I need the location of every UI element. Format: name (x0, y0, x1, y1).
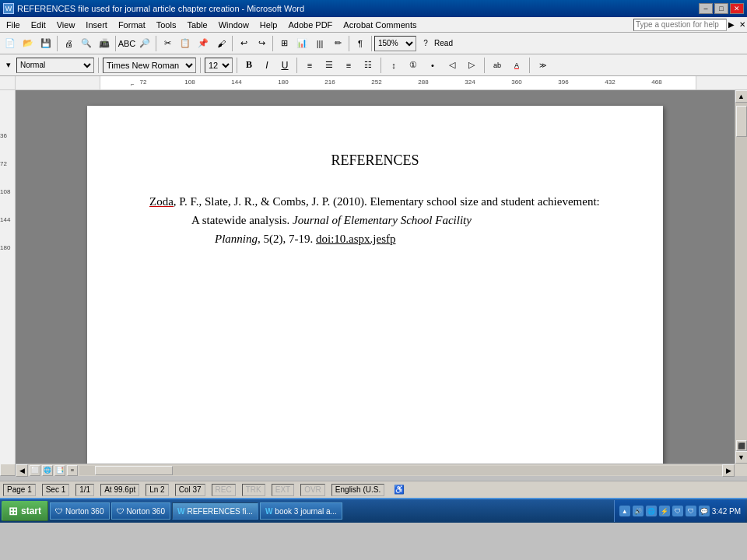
status-at: At 99.6pt (100, 484, 139, 496)
start-button[interactable]: ⊞ start (2, 501, 48, 521)
h-scroll-track[interactable] (79, 466, 722, 475)
ref-journal: Journal of Elementary School Facility (293, 214, 472, 226)
print-preview-button[interactable]: 🔍 (78, 35, 95, 52)
fmt-sep1 (98, 58, 99, 73)
read-button[interactable]: Read (435, 35, 452, 52)
title-bar: W REFERENCES file used for journal artic… (0, 0, 747, 17)
line-spacing-button[interactable]: ↕ (385, 57, 402, 74)
toolbar1: 📄 📂 💾 🖨 🔍 📠 ABC 🔎 ✂ 📋 📌 🖌 ↩ ↪ ⊞ 📊 ||| ✏ … (0, 33, 747, 54)
vruler-72: 72 (0, 149, 15, 177)
scroll-track-v[interactable] (736, 103, 747, 440)
font-size-select[interactable]: 12 (205, 58, 233, 73)
menu-edit[interactable]: Edit (26, 18, 51, 32)
columns-button[interactable]: ||| (311, 35, 328, 52)
research-button[interactable]: 🔎 (136, 35, 153, 52)
taskbar-norton1[interactable]: 🛡 Norton 360 (50, 502, 109, 520)
menu-insert[interactable]: Insert (81, 18, 112, 32)
bottom-area: ◀ ⬜ 🌐 📑 ≡ ▶ (0, 464, 747, 481)
tab-stop[interactable]: ⌐ (131, 81, 137, 87)
align-right-button[interactable]: ≡ (340, 57, 357, 74)
vertical-scrollbar: ▲ ⬛ ▼ (735, 90, 747, 464)
minimize-button[interactable]: – (699, 3, 713, 14)
maximize-button[interactable]: □ (714, 3, 728, 14)
zoom-help-icon[interactable]: ? (417, 35, 434, 52)
toolbar-sep1 (57, 36, 58, 51)
bold-button[interactable]: B (241, 58, 257, 73)
insert-excel-button[interactable]: 📊 (293, 35, 310, 52)
menu-window[interactable]: Window (214, 18, 254, 32)
new-button[interactable]: 📄 (2, 35, 19, 52)
indent-inc-button[interactable]: ▷ (463, 57, 480, 74)
h-scroll-thumb[interactable] (95, 466, 173, 475)
spell-check-button[interactable]: ABC (118, 35, 135, 52)
fmt-sep2 (200, 58, 201, 73)
undo-button[interactable]: ↩ (235, 35, 252, 52)
cut-button[interactable]: ✂ (159, 35, 176, 52)
style-select[interactable]: Normal (16, 58, 94, 73)
ruler-area: 72 108 144 180 216 252 288 324 360 396 4… (16, 76, 739, 89)
menu-view[interactable]: View (52, 18, 80, 32)
insert-table-button[interactable]: ⊞ (275, 35, 293, 52)
corner-br (735, 464, 747, 476)
menu-adobe-pdf[interactable]: Adobe PDF (283, 18, 337, 32)
paste-button[interactable]: 📌 (195, 35, 212, 52)
menu-format[interactable]: Format (114, 18, 150, 32)
scroll-down-button[interactable]: ▼ (735, 451, 748, 464)
style-dropdown-btn[interactable]: ▾ (3, 57, 14, 74)
help-search-input[interactable] (633, 19, 727, 31)
taskbar-word-book[interactable]: W book 3 journal a... (260, 502, 342, 520)
close-button[interactable]: ✕ (730, 3, 744, 14)
align-left-button[interactable]: ≡ (301, 57, 318, 74)
normal-view-btn[interactable]: ⬜ (30, 465, 40, 476)
start-icon: ⊞ (9, 505, 18, 517)
web-view-btn[interactable]: 🌐 (42, 465, 53, 476)
menu-acrobat[interactable]: Acrobat Comments (338, 18, 421, 32)
taskbar-norton2[interactable]: 🛡 Norton 360 (111, 502, 170, 520)
menu-file[interactable]: File (2, 18, 25, 32)
window-title: REFERENCES file used for journal article… (17, 4, 304, 13)
scroll-up-button[interactable]: ▲ (735, 90, 748, 103)
font-name-select[interactable]: Times New Roman (103, 58, 196, 73)
norton1-label: Norton 360 (65, 507, 103, 516)
help-search-icon[interactable]: ▶ (728, 20, 735, 29)
font-color-button[interactable]: A (508, 57, 525, 74)
print-button[interactable]: 🖨 (60, 35, 77, 52)
print-layout-btn[interactable]: 📑 (54, 465, 65, 476)
status-col: Col 37 (175, 484, 205, 496)
toolbar-sep5 (272, 36, 273, 51)
toolbar2: ▾ Normal Times New Roman 12 B I U ≡ ☰ ≡ … (0, 54, 747, 76)
menu-tools[interactable]: Tools (152, 18, 181, 32)
numbering-button[interactable]: ① (405, 57, 422, 74)
align-center-button[interactable]: ☰ (321, 57, 338, 74)
indent-dec-button[interactable]: ◁ (444, 57, 461, 74)
close-help-icon[interactable]: ✕ (739, 20, 745, 29)
show-hide-button[interactable]: ¶ (352, 35, 369, 52)
fax-button[interactable]: 📠 (96, 35, 113, 52)
taskbar-word-refs[interactable]: W REFERENCES fi... (172, 502, 258, 520)
save-button[interactable]: 💾 (37, 35, 54, 52)
horizontal-ruler: 72 108 144 180 216 252 288 324 360 396 4… (0, 76, 747, 90)
split-button[interactable]: ⬛ (736, 440, 747, 451)
scroll-left-button[interactable]: ◀ (16, 464, 28, 477)
open-button[interactable]: 📂 (19, 35, 37, 52)
drawing-button[interactable]: ✏ (329, 35, 346, 52)
more-btn[interactable]: ≫ (534, 57, 551, 74)
underline-button[interactable]: U (277, 58, 293, 73)
status-pages: 1/1 (75, 484, 94, 496)
menu-help[interactable]: Help (255, 18, 282, 32)
italic-button[interactable]: I (259, 58, 275, 73)
highlight-button[interactable]: ab (489, 57, 506, 74)
menu-table[interactable]: Table (182, 18, 212, 32)
outline-view-btn[interactable]: ≡ (67, 465, 78, 476)
justify-button[interactable]: ☷ (359, 57, 377, 74)
toolbar-sep6 (349, 36, 349, 51)
redo-button[interactable]: ↪ (253, 35, 270, 52)
bullets-button[interactable]: • (424, 57, 441, 74)
system-tray: ▲ 🔊 🌐 ⚡ 🛡 🛡 💬 3:42 PM (614, 500, 745, 522)
tray-icon7: 💬 (699, 506, 710, 516)
scroll-right-button[interactable]: ▶ (722, 464, 735, 477)
scroll-thumb-v[interactable] (736, 106, 747, 137)
copy-button[interactable]: 📋 (177, 35, 194, 52)
zoom-select[interactable]: 150% 100% 75% (374, 36, 416, 51)
format-painter-button[interactable]: 🖌 (212, 35, 230, 52)
